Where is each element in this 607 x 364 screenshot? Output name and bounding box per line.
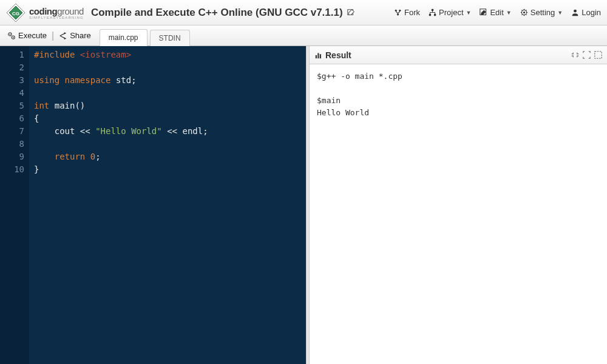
expand-icon[interactable] [583, 51, 591, 59]
svg-marker-19 [64, 37, 67, 39]
line-gutter: 12345678910 [0, 46, 29, 364]
collapse-icon[interactable] [571, 51, 579, 59]
svg-rect-7 [432, 9, 433, 11]
svg-point-15 [10, 33, 11, 35]
toolbar: Execute | Share main.cpp STDIN [0, 25, 607, 46]
result-pane: Result $g++ -o main *.cpp $main Hello Wo… [310, 46, 607, 364]
fork-icon [394, 8, 402, 16]
separator: | [52, 30, 54, 41]
code-editor[interactable]: 12345678910 #include <iostream>using nam… [0, 46, 306, 364]
page-title: Compile and Execute C++ Online (GNU GCC … [91, 7, 343, 19]
svg-rect-8 [429, 14, 431, 16]
tab-main-cpp[interactable]: main.cpp [100, 29, 148, 46]
tab-stdin[interactable]: STDIN [150, 30, 190, 46]
project-menu[interactable]: Project ▼ [429, 8, 471, 17]
setting-menu[interactable]: Setting ▼ [520, 8, 563, 17]
svg-point-12 [523, 12, 525, 13]
result-output[interactable]: $g++ -o main *.cpp $main Hello World [310, 64, 607, 364]
main-split: 12345678910 #include <iostream>using nam… [0, 46, 607, 364]
result-title-text: Result [325, 50, 351, 60]
edit-menu[interactable]: Edit ▼ [480, 8, 511, 17]
cogs-icon [7, 32, 16, 40]
execute-button[interactable]: Execute [4, 31, 50, 40]
login-button[interactable]: Login [571, 8, 601, 17]
svg-rect-9 [434, 14, 436, 16]
gear-icon [520, 8, 528, 16]
caret-down-icon: ▼ [557, 10, 563, 16]
user-icon [571, 8, 579, 16]
svg-point-4 [395, 10, 397, 12]
sitemap-icon [429, 8, 436, 16]
pencil-square-icon [480, 8, 487, 16]
svg-rect-22 [320, 54, 321, 58]
logo-icon: CG [6, 3, 25, 22]
svg-point-6 [397, 13, 399, 15]
svg-rect-23 [595, 52, 602, 58]
file-tabs: main.cpp STDIN [100, 25, 192, 46]
share-icon [59, 32, 67, 40]
share-button[interactable]: Share [55, 31, 95, 40]
edit-title-icon[interactable] [347, 8, 355, 17]
bar-chart-icon [314, 51, 323, 59]
svg-rect-20 [316, 55, 317, 58]
brand-text: codingground SIMPLYEASYLEARNING [29, 6, 84, 19]
app-header: CG codingground SIMPLYEASYLEARNING Compi… [0, 0, 607, 25]
fullscreen-icon[interactable] [594, 51, 602, 59]
fork-button[interactable]: Fork [394, 8, 420, 17]
svg-point-13 [574, 10, 577, 13]
svg-point-5 [399, 10, 401, 12]
svg-text:CG: CG [12, 11, 19, 16]
result-header: Result [310, 46, 607, 64]
code-content[interactable]: #include <iostream>using namespace std;i… [29, 46, 208, 364]
svg-point-17 [13, 36, 14, 38]
svg-rect-21 [317, 53, 319, 58]
brand-logo[interactable]: CG codingground SIMPLYEASYLEARNING [6, 3, 84, 22]
svg-marker-18 [64, 32, 67, 34]
caret-down-icon: ▼ [466, 10, 472, 16]
caret-down-icon: ▼ [506, 10, 512, 16]
header-menu: Fork Project ▼ Edit ▼ Setting ▼ Login [394, 8, 601, 17]
